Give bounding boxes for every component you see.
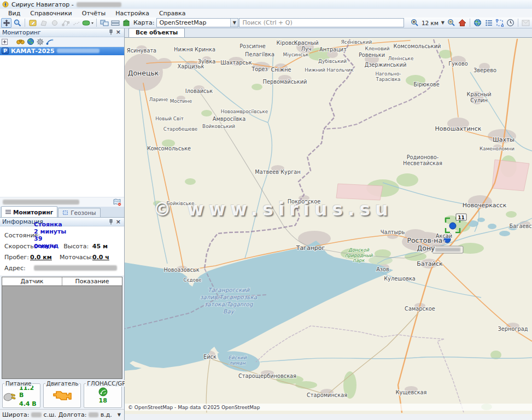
list-icon	[5, 209, 11, 214]
add-circle-geofence-button[interactable]	[49, 18, 60, 28]
objects-3d-button[interactable]	[121, 18, 131, 28]
map-label: Міусинськ	[283, 52, 309, 57]
redacted-longitude	[89, 412, 98, 417]
layout-horizontal-button[interactable]	[110, 18, 120, 28]
map-fragment-icon[interactable]	[113, 199, 121, 206]
expand-tree-icon[interactable]	[2, 39, 8, 45]
mileage-value[interactable]: 0.0 км	[30, 254, 60, 261]
zoom-in-button[interactable]	[410, 18, 420, 28]
monitoring-toolbar	[0, 37, 124, 47]
satellite-track-icon[interactable]	[46, 38, 54, 45]
layout-windows-button[interactable]	[99, 18, 109, 28]
history-clock-button[interactable]	[505, 18, 516, 28]
map-label: Новоамвросіївське	[221, 109, 268, 114]
map-label: Ровеньки	[359, 52, 385, 58]
chevron-down-icon[interactable]: ▼	[230, 19, 238, 27]
map-label: Іловайськ	[185, 88, 213, 94]
map-viewport[interactable]: 11 ДонецькЯсинуватаНижня КринкаКіровське…	[125, 38, 532, 414]
globe-button[interactable]	[472, 18, 483, 28]
hours-value[interactable]: 0.0 ч	[92, 254, 122, 261]
sensor-column-header[interactable]: Датчик	[2, 277, 62, 285]
home-view-button[interactable]	[457, 18, 467, 28]
pan-tool-button[interactable]	[1, 18, 11, 28]
mail-button[interactable]	[521, 18, 531, 28]
map-label: Родионово-Несветайская	[403, 154, 442, 166]
zoom-tool-button[interactable]	[12, 18, 22, 28]
speed-label: Скорость:	[4, 243, 34, 250]
map-scale-value: 12 км	[420, 20, 440, 26]
map-label: Старобешеве	[163, 126, 198, 132]
speed-value: 0 км/ч	[34, 243, 63, 250]
gear-icon[interactable]	[37, 38, 44, 45]
engine-icon	[51, 389, 73, 403]
map-label: Войковський	[202, 124, 235, 129]
marker-count-label: 11	[458, 215, 465, 220]
map-label: Кущевская	[396, 389, 427, 395]
map-label: Пелагіївка	[245, 51, 274, 57]
map-label: Комсомольське	[147, 145, 191, 151]
draw-polygon-button[interactable]	[60, 18, 71, 28]
search-input[interactable]	[239, 18, 404, 27]
map-tab-strip: Все объекты	[125, 28, 532, 38]
map-label: Багаевская	[510, 223, 532, 229]
zoom-out-button[interactable]	[446, 18, 457, 28]
menu-view[interactable]: Вид	[3, 10, 25, 17]
tree-footer	[0, 197, 124, 207]
binoculars-icon[interactable]	[16, 38, 25, 45]
map-label: Ясинувата	[127, 48, 156, 54]
reading-column-header[interactable]: Показание	[62, 277, 122, 285]
sensors-table-body	[2, 286, 122, 378]
tab-all-objects[interactable]: Все объекты	[128, 28, 185, 37]
add-geofence-button[interactable]	[38, 18, 49, 28]
map-label: Самарское	[405, 306, 435, 312]
map-label: КрасныйСулин	[466, 91, 491, 103]
map-label: Чалтырь	[381, 229, 405, 235]
menu-help[interactable]: Справка	[154, 10, 190, 17]
tab-monitoring[interactable]: Мониторинг	[1, 206, 57, 217]
map-label: Зерноград	[498, 326, 528, 332]
pin-icon[interactable]	[109, 30, 113, 35]
longitude-units: в.д.	[101, 411, 112, 418]
statusbar-dropdown-icon[interactable]: ▼	[116, 412, 122, 417]
toolbar-separator	[96, 19, 97, 27]
map-canvas[interactable]: 11 ДонецькЯсинуватаНижня КринкаКіровське…	[125, 38, 532, 414]
object-list-button[interactable]	[483, 18, 494, 28]
map-label: Харцизьк	[178, 63, 204, 69]
close-icon[interactable]: ×	[115, 219, 122, 225]
toolbar-separator	[518, 19, 518, 27]
gps-group: ГЛОНАСС/GPS 18	[84, 383, 122, 408]
menu-settings[interactable]: Настройка	[110, 10, 154, 17]
gauge-panels: Питание 11.2 В 4.4 В Двигатель	[0, 379, 124, 409]
altitude-value: 45 м	[92, 243, 122, 250]
state-label: Состояние:	[4, 232, 34, 239]
main-toolbar: Карта: OpenStreetMap ▼ 12 км ▼	[0, 18, 532, 28]
menu-directories[interactable]: Справочники	[25, 10, 77, 17]
edit-map-button[interactable]	[27, 18, 38, 28]
left-sidebar: Мониторинг ×	[0, 28, 125, 420]
power-group-title: Питание	[4, 380, 32, 387]
map-label: Нижня Кринка	[174, 46, 215, 52]
redacted-map-label	[432, 246, 463, 253]
vehicle-name: КАМАТ-2025	[11, 48, 55, 55]
draw-style-dropdown[interactable]	[82, 18, 94, 28]
tab-geozones-label: Геозоны	[71, 209, 96, 216]
vehicle-tree-item[interactable]: P КАМАТ-2025	[0, 47, 124, 55]
selected-vehicle-dot[interactable]	[449, 223, 456, 229]
close-icon[interactable]: ×	[115, 30, 122, 35]
map-label: Матвеев Курган	[255, 169, 300, 175]
map-label: Бойківське	[167, 201, 195, 206]
map-label: Бірюкове	[413, 81, 440, 88]
map-label: Комсомольський	[394, 43, 441, 49]
map-label: Антрацит	[319, 46, 347, 52]
map-label: Сніжне	[271, 67, 291, 73]
show-on-map-globe-icon[interactable]	[27, 38, 34, 45]
selection-frame-button[interactable]	[494, 18, 505, 28]
menu-reports[interactable]: Отчёты	[77, 10, 110, 17]
map-provider-select[interactable]: OpenStreetMap ▼	[156, 18, 238, 27]
draw-polyline-button[interactable]	[71, 18, 81, 28]
scale-dropdown-icon[interactable]: ▼	[440, 20, 446, 25]
pin-icon[interactable]	[109, 219, 113, 225]
map-label: Первомайський	[263, 79, 307, 85]
tab-geozones[interactable]: Геозоны	[58, 208, 100, 217]
tab-monitoring-label: Мониторинг	[13, 209, 53, 215]
